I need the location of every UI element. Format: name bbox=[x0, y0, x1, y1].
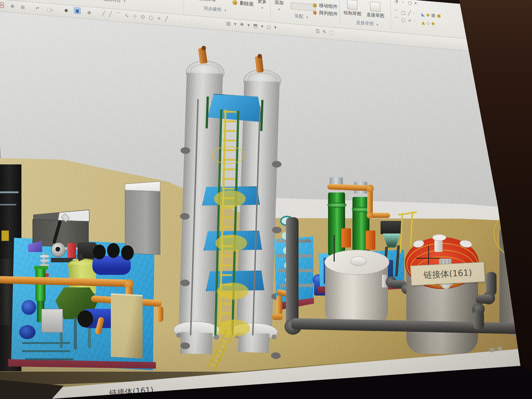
status-bar-icons[interactable] bbox=[490, 348, 495, 352]
pump-frame-rails bbox=[22, 342, 70, 344]
red-tank-nozzle-2-cap bbox=[432, 234, 446, 241]
tall-gray-cabinet bbox=[125, 190, 160, 255]
viewport-canvas[interactable]: 链接体(161) bbox=[0, 0, 532, 399]
s-pipe-h bbox=[476, 295, 492, 304]
handrail-post-2 bbox=[410, 211, 413, 247]
orange-pipe-drop2 bbox=[157, 306, 163, 322]
selection-tooltip: 链接体(161) bbox=[410, 262, 485, 286]
orange-elbow-r2 bbox=[366, 212, 373, 219]
ladder-cage-hoops bbox=[212, 146, 245, 164]
photo-of-monitor: 编辑特征 ▾ 偏置区域 删除面 更多 ▾ 同步建模 ▾ bbox=[0, 0, 532, 399]
s-pipe-v2 bbox=[474, 310, 484, 330]
pump-inlet bbox=[55, 247, 60, 252]
hopper-funnel bbox=[383, 233, 400, 248]
green-pump-1-ring bbox=[327, 202, 347, 208]
manifold-orange-drop bbox=[276, 296, 282, 315]
left-machine-stripe bbox=[0, 204, 16, 205]
riser-pipe bbox=[286, 217, 299, 328]
exchanger-motors bbox=[93, 245, 106, 259]
tank-antenna bbox=[334, 235, 335, 262]
orange-motor-1 bbox=[341, 228, 351, 248]
left-machine-yellow-part bbox=[1, 231, 9, 241]
white-tank-cap bbox=[350, 256, 366, 266]
handrail-top bbox=[398, 212, 417, 216]
left-machine-stripe bbox=[0, 191, 18, 193]
khaki-box bbox=[111, 293, 143, 359]
manifold-orange-stub bbox=[272, 314, 283, 320]
exchanger2-end bbox=[78, 310, 93, 327]
red-coupling-guard bbox=[67, 243, 76, 259]
blue-pump-1 bbox=[21, 300, 36, 315]
green-pipe bbox=[35, 269, 45, 301]
orange-elbow-r1 bbox=[366, 185, 374, 192]
orange-motor-2 bbox=[366, 231, 375, 250]
selection-tooltip-text: 链接体(161) bbox=[423, 267, 472, 281]
gray-box-on-skid bbox=[41, 309, 63, 332]
blue-pump-2 bbox=[19, 325, 35, 339]
hopper-box bbox=[381, 221, 402, 234]
flange-discs bbox=[40, 255, 50, 258]
